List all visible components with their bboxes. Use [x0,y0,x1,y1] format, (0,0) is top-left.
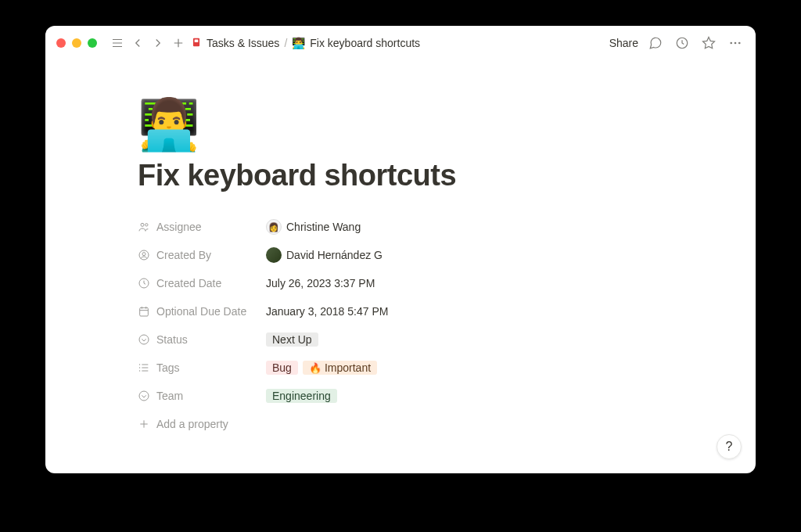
comments-icon[interactable] [646,34,665,52]
window-minimize-button[interactable] [72,38,81,48]
svg-point-9 [730,42,732,45]
property-due-date-label: Optional Due Date [156,305,246,318]
people-icon [138,221,150,233]
property-status-key[interactable]: Status [138,333,266,346]
property-created-by-label: Created By [156,249,211,261]
property-created-date-key[interactable]: Created Date [138,277,266,289]
tag-important: 🔥Important [303,361,377,375]
breadcrumb-parent-icon [191,37,202,50]
nav-forward-button[interactable] [149,34,167,52]
select-icon [138,333,150,346]
svg-point-25 [139,365,140,365]
app-window: Tasks & Issues / 👨‍💻 Fix keyboard shortc… [45,26,756,473]
property-tags-label: Tags [156,361,180,374]
clock-icon [138,277,150,289]
calendar-icon [138,305,150,318]
breadcrumb-separator: / [284,37,287,49]
person-icon [138,249,150,261]
svg-point-11 [738,42,741,45]
sidebar-toggle-button[interactable] [108,34,127,52]
property-status: Status Next Up [138,325,623,354]
new-page-button[interactable] [169,34,188,52]
property-created-date-label: Created Date [156,277,221,289]
window-close-button[interactable] [56,38,66,48]
page-title[interactable]: Fix keyboard shortcuts [138,159,623,192]
team-tag: Engineering [266,389,337,403]
more-icon[interactable] [726,34,745,52]
svg-point-10 [735,42,737,45]
nav-back-button[interactable] [128,34,147,52]
property-assignee-value[interactable]: 👩 Christine Wang [266,219,623,235]
svg-rect-6 [195,39,199,42]
property-team-value[interactable]: Engineering [266,389,623,403]
property-status-label: Status [156,333,188,346]
property-created-by: Created By David Hernández G [138,241,623,269]
window-traffic-lights [56,38,97,48]
svg-point-15 [142,253,145,256]
svg-point-26 [139,368,140,368]
tag-bug: Bug [266,361,298,375]
property-assignee-label: Assignee [156,221,202,233]
updates-icon[interactable] [673,34,691,52]
topbar: Tasks & Issues / 👨‍💻 Fix keyboard shortc… [45,26,756,60]
property-assignee: Assignee 👩 Christine Wang [138,213,623,241]
status-tag: Next Up [266,332,318,347]
topbar-right-group: Share [609,34,745,52]
help-button[interactable]: ? [717,434,742,459]
svg-point-21 [139,335,149,344]
property-status-value[interactable]: Next Up [266,332,623,347]
property-created-date: Created Date July 26, 2023 3:37 PM [138,269,623,297]
breadcrumb-parent-link[interactable]: Tasks & Issues [207,37,279,49]
svg-point-13 [145,224,148,226]
svg-rect-17 [140,307,149,316]
property-created-by-value[interactable]: David Hernández G [266,247,623,263]
svg-point-27 [139,371,140,372]
property-team-label: Team [156,390,183,402]
property-team: Team Engineering [138,382,623,410]
add-property-button[interactable]: Add a property [138,410,623,438]
property-due-date-value[interactable]: January 3, 2018 5:47 PM [266,305,623,318]
breadcrumb-page-link[interactable]: Fix keyboard shortcuts [310,37,420,49]
property-assignee-key[interactable]: Assignee [138,221,266,233]
svg-marker-8 [703,38,715,49]
favorite-icon[interactable] [699,34,718,52]
svg-point-12 [141,223,144,226]
property-team-key[interactable]: Team [138,390,266,402]
property-created-by-key[interactable]: Created By [138,249,266,261]
breadcrumb-page-icon: 👨‍💻 [292,37,305,49]
select-icon [138,390,150,402]
property-due-date: Optional Due Date January 3, 2018 5:47 P… [138,297,623,325]
property-tags-key[interactable]: Tags [138,361,266,374]
property-created-date-value[interactable]: July 26, 2023 3:37 PM [266,277,623,289]
share-button[interactable]: Share [609,37,638,49]
page-content: 👨‍💻 Fix keyboard shortcuts Assignee 👩 Ch… [45,60,756,473]
plus-icon [138,418,150,430]
avatar [266,247,282,263]
property-tags-value[interactable]: Bug 🔥Important [266,361,623,375]
window-fullscreen-button[interactable] [88,38,97,48]
property-tags: Tags Bug 🔥Important [138,354,623,382]
properties-list: Assignee 👩 Christine Wang Created By Dav [138,213,623,438]
list-icon [138,361,150,374]
nav-group [108,34,188,52]
avatar: 👩 [266,219,282,235]
property-due-date-key[interactable]: Optional Due Date [138,305,266,318]
breadcrumb: Tasks & Issues / 👨‍💻 Fix keyboard shortc… [191,37,420,50]
svg-point-28 [139,391,149,401]
page-icon[interactable]: 👨‍💻 [138,99,623,149]
